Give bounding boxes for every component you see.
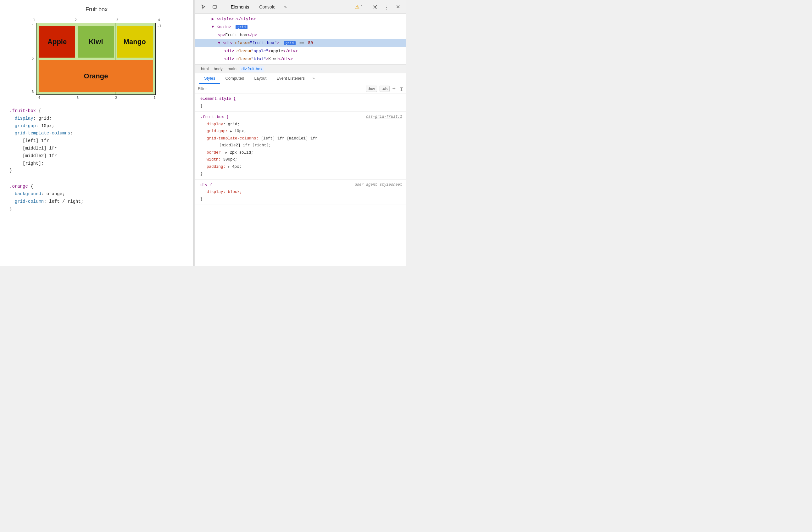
breadcrumb-bar: html body main div.fruit-box	[195, 65, 406, 73]
tab-more[interactable]: »	[310, 73, 317, 84]
rule-prop-border: border:	[207, 151, 223, 155]
rule-prop-grid-template-columns: grid-template-columns:	[207, 136, 259, 141]
breadcrumb-div-fruit-box[interactable]: div.fruit-box	[240, 66, 264, 72]
dom-tree: ▶ <style>…</style> ▼ <main> grid <p>Frui…	[195, 14, 406, 65]
dom-badge-main: grid	[235, 25, 247, 29]
toggle-sidebar-icon[interactable]: ◫	[400, 86, 404, 91]
warning-count: 1	[361, 4, 363, 9]
rule-value-border: 2px solid;	[230, 151, 253, 155]
dom-line-kiwi[interactable]: <div class="kiwi">Kiwi</div>	[195, 55, 406, 63]
grid-col-num-4: 4	[158, 18, 160, 22]
rule-prop-display: display	[207, 122, 223, 127]
grid-col-num-b2: -3	[74, 96, 78, 100]
rule-source-fruit-box[interactable]: css-grid-fruit:1	[366, 114, 402, 121]
dom-text-p: Fruit box	[225, 33, 247, 38]
more-menu-icon[interactable]: ⋮	[382, 2, 391, 11]
tab-console[interactable]: Console	[255, 2, 279, 11]
dom-tag-apple: <div class="apple">	[224, 49, 271, 54]
warning-badge: ⚠ 1	[355, 4, 363, 10]
rule-value-padding: 4px;	[232, 165, 242, 169]
tab-event-listeners[interactable]: Event Listeners	[271, 73, 310, 84]
grid-col-num-b1: -4	[36, 96, 40, 100]
cell-mango: Mango	[117, 26, 153, 58]
breadcrumb-html[interactable]: html	[199, 66, 211, 72]
tab-layout[interactable]: Layout	[249, 73, 271, 84]
breadcrumb-main[interactable]: main	[226, 66, 238, 72]
svg-rect-1	[214, 8, 216, 9]
rule-div-user-agent: div { user agent stylesheet display: blo…	[195, 180, 406, 205]
fruit-grid: Apple Kiwi Mango Orange	[36, 23, 156, 95]
dom-tag-kiwi: <div class="kiwi">	[224, 57, 268, 61]
styles-filter-bar: :hov .cls + ◫	[195, 84, 406, 94]
rule-value-display: grid;	[228, 122, 240, 127]
grid-row-num-1: 1	[32, 24, 34, 28]
grid-col-num-3: 3	[116, 18, 119, 22]
grid-row-num-2: 2	[32, 57, 34, 61]
dom-tag-p: <p>	[218, 33, 225, 38]
style-tabs: Styles Computed Layout Event Listeners »	[195, 73, 406, 84]
rule-source-user-agent: user agent stylesheet	[355, 182, 402, 188]
dom-tag-kiwi-close: </div>	[278, 57, 293, 61]
cls-button[interactable]: .cls	[380, 86, 390, 92]
rule-prop-display-strikethrough: display: block;	[207, 190, 242, 194]
css-code-orange: .orange { background: orange; grid-colum…	[10, 183, 184, 213]
device-icon[interactable]	[211, 2, 219, 11]
grid-row-num-3: 3	[32, 90, 34, 94]
grid-col-num-1: 1	[33, 18, 35, 22]
dom-badge-fruit-box: grid	[284, 41, 295, 45]
tab-elements[interactable]: Elements	[227, 2, 253, 11]
filter-input[interactable]	[198, 86, 363, 91]
dom-tag-apple-close: </div>	[283, 49, 298, 54]
rule-selector-fruit-box: .fruit-box {	[200, 115, 229, 119]
border-triangle[interactable]: ▶	[226, 151, 227, 155]
dom-line-p[interactable]: <p>Fruit box</p>	[195, 31, 406, 39]
svg-point-2	[375, 6, 376, 8]
devtools-toolbar: Elements Console » ⚠ 1 ⋮ ✕	[195, 0, 406, 14]
warning-icon: ⚠	[355, 4, 360, 10]
cell-orange: Orange	[39, 60, 153, 92]
dom-line-main[interactable]: ▼ <main> grid	[195, 23, 406, 31]
styles-panel: :hov .cls + ◫ element.style { } .fruit-b…	[195, 84, 406, 266]
dom-tag-style: ▶ <style>…</style>	[212, 17, 256, 22]
dom-text-kiwi: Kiwi	[268, 57, 278, 61]
dom-eq-sign: ==	[300, 41, 304, 45]
rule-value-grid-template-1: [left] 1fr [middle1] 1fr	[261, 136, 318, 141]
add-style-button[interactable]: +	[392, 85, 396, 92]
dom-text-apple: Apple	[271, 49, 283, 54]
rule-prop-width: width:	[207, 157, 221, 162]
grid-row-num-right-1: -1	[157, 24, 161, 28]
dom-line-fruit-box[interactable]: ▼ <div class="fruit-box"> grid == $0	[195, 39, 406, 47]
tab-computed[interactable]: Computed	[220, 73, 249, 84]
close-icon[interactable]: ✕	[393, 2, 402, 11]
rule-selector-element-style: element.style {	[200, 97, 236, 101]
rule-prop-grid-gap: grid-gap:	[207, 129, 228, 134]
rule-close-fruit-box: }	[200, 171, 203, 176]
dom-dollar-sign: $0	[308, 41, 313, 45]
grid-col-num-b4: -1	[151, 96, 156, 100]
grid-gap-triangle[interactable]: ▶	[230, 130, 232, 133]
css-code-fruit-box: .fruit-box { display: grid; grid-gap: 10…	[10, 107, 184, 175]
grid-col-num-2: 2	[74, 18, 77, 22]
tab-styles[interactable]: Styles	[199, 73, 220, 84]
breadcrumb-body[interactable]: body	[212, 66, 224, 72]
dom-tag-fruit-box: ▼ <div class="fruit-box">	[218, 41, 279, 45]
dom-line-style[interactable]: ▶ <style>…</style>	[195, 15, 406, 23]
rule-prop-padding: padding:	[207, 165, 226, 169]
right-panel: Elements Console » ⚠ 1 ⋮ ✕ ▶ <style>…</s…	[195, 0, 406, 266]
rule-close-element-style: }	[200, 104, 203, 108]
page-title: Fruit box	[10, 6, 184, 13]
cell-apple: Apple	[39, 26, 75, 58]
toolbar-divider-2	[367, 3, 367, 11]
left-panel: Fruit box 1 2 3 4 1 2 3 Apple Kiwi Mango…	[0, 0, 193, 266]
hov-button[interactable]: :hov	[366, 86, 377, 92]
settings-icon[interactable]	[371, 2, 380, 11]
dom-line-apple[interactable]: <div class="apple">Apple</div>	[195, 47, 406, 55]
grid-visual: 1 2 3 4 1 2 3 Apple Kiwi Mango Orange -1	[30, 18, 163, 100]
cursor-icon[interactable]	[199, 2, 208, 11]
padding-triangle[interactable]: ▶	[228, 165, 230, 169]
dom-tag-p-close: </p>	[247, 33, 257, 38]
rule-fruit-box: .fruit-box { css-grid-fruit:1 display: g…	[195, 112, 406, 180]
rule-value-grid-template-2: [middle2] 1fr [right];	[219, 143, 271, 148]
rule-selector-div: div {	[200, 183, 212, 187]
more-tabs-button[interactable]: »	[282, 3, 289, 11]
